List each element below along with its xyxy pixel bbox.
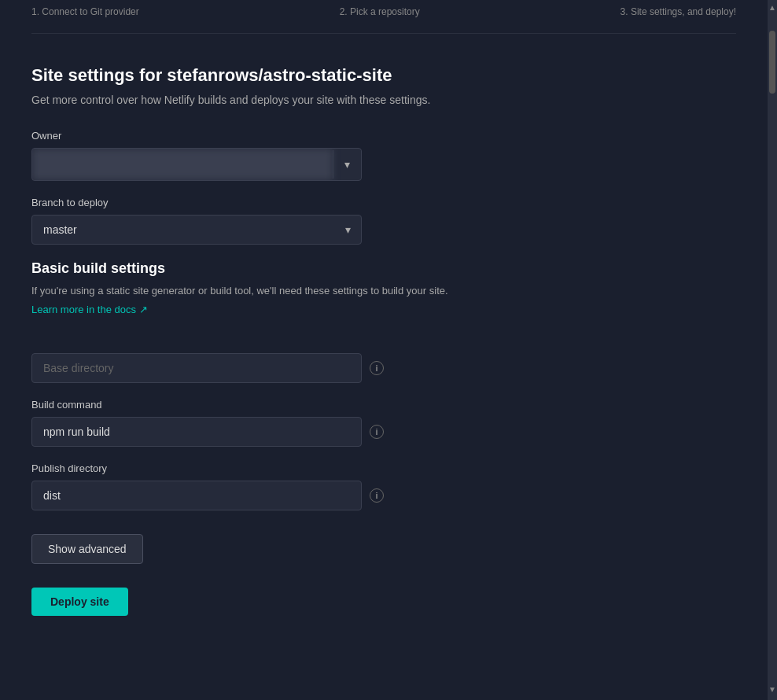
publish-directory-group: Publish directory i [31, 462, 736, 510]
branch-select-wrapper: master main develop [31, 215, 362, 245]
deploy-button-row: Deploy site [31, 588, 736, 616]
owner-blurred-value [32, 149, 333, 180]
owner-select-wrapper: ▾ [31, 148, 362, 181]
owner-dropdown-button[interactable]: ▾ [333, 150, 361, 179]
branch-group: Branch to deploy master main develop [31, 197, 736, 245]
step-2: 2. Pick a repository [340, 6, 420, 17]
steps-bar: 1. Connect to Git provider 2. Pick a rep… [31, 0, 736, 34]
deploy-site-button[interactable]: Deploy site [31, 588, 128, 616]
external-link-icon: ↗ [139, 304, 148, 315]
step-1: 1. Connect to Git provider [31, 6, 139, 17]
build-settings-title: Basic build settings [31, 260, 736, 277]
publish-directory-label: Publish directory [31, 462, 736, 474]
build-command-info-icon[interactable]: i [370, 425, 384, 439]
learn-more-link[interactable]: Learn more in the docs ↗ [31, 304, 148, 315]
build-command-group: Build command i [31, 399, 736, 447]
branch-label: Branch to deploy [31, 197, 736, 208]
build-settings-desc: If you're using a static site generator … [31, 285, 736, 297]
publish-directory-row: i [31, 481, 736, 510]
page-title: Site settings for stefanrows/astro-stati… [31, 65, 736, 86]
base-directory-info-icon[interactable]: i [370, 361, 384, 375]
scroll-down-arrow[interactable]: ▼ [765, 682, 777, 697]
base-directory-input[interactable] [31, 353, 362, 383]
chevron-down-icon: ▾ [344, 158, 350, 171]
advanced-button-row: Show advanced [31, 534, 736, 564]
build-settings-section: Basic build settings If you're using a s… [31, 260, 736, 334]
base-directory-row: i [31, 353, 736, 383]
build-command-row: i [31, 417, 736, 447]
branch-select[interactable]: master main develop [31, 215, 362, 245]
owner-group: Owner ▾ [31, 130, 736, 181]
step-3: 3. Site settings, and deploy! [620, 6, 736, 17]
base-directory-group: i [31, 353, 736, 383]
owner-label: Owner [31, 130, 736, 142]
scroll-up-arrow[interactable]: ▲ [765, 0, 777, 15]
owner-select[interactable]: ▾ [31, 148, 362, 181]
page-subtitle: Get more control over how Netlify builds… [31, 94, 736, 106]
build-command-input[interactable] [31, 417, 362, 447]
build-command-label: Build command [31, 399, 736, 411]
scrollbar-thumb[interactable] [769, 31, 775, 94]
publish-directory-info-icon[interactable]: i [370, 488, 384, 503]
learn-more-label: Learn more in the docs [31, 304, 136, 315]
scrollbar[interactable]: ▲ ▼ [768, 0, 777, 700]
publish-directory-input[interactable] [31, 481, 362, 510]
show-advanced-button[interactable]: Show advanced [31, 534, 143, 564]
